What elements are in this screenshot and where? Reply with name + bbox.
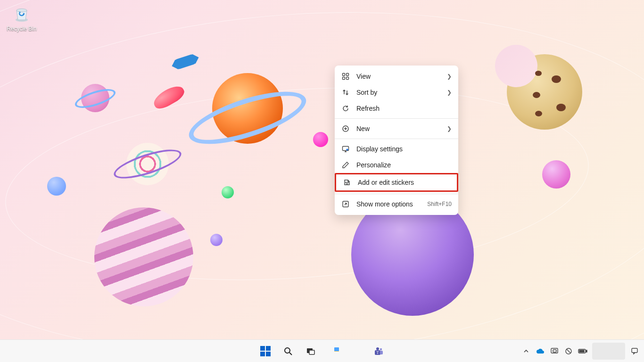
chevron-right-icon: ❯ (447, 89, 452, 96)
context-menu-personalize[interactable]: Personalize (335, 157, 458, 173)
search-icon (283, 346, 293, 356)
notifications-tray-button[interactable] (628, 342, 641, 361)
svg-rect-23 (553, 350, 556, 352)
wallpaper-mini-planet (47, 177, 66, 196)
menu-separator (335, 118, 458, 119)
recycle-bin-label: Recycle Bin (4, 25, 40, 32)
svg-point-10 (347, 149, 348, 151)
teams-icon: T (373, 346, 384, 356)
menu-separator (335, 194, 458, 194)
wallpaper-pluto (81, 84, 109, 112)
context-menu-add-edit-stickers[interactable]: Add or edit stickers (336, 174, 457, 190)
svg-rect-4 (343, 74, 345, 76)
desktop-context-menu: View ❯ Sort by ❯ Refresh (335, 66, 458, 215)
cast-icon (551, 348, 558, 354)
chevron-right-icon: ❯ (447, 125, 452, 132)
svg-point-11 (346, 182, 347, 183)
menu-label: Show more options (356, 200, 421, 208)
context-menu-new[interactable]: New ❯ (335, 121, 458, 137)
expand-icon (341, 200, 350, 208)
svg-point-1 (17, 9, 27, 12)
recycle-bin-desktop-icon[interactable]: Recycle Bin (4, 3, 40, 32)
windows-logo-icon (260, 346, 271, 356)
menu-label: Add or edit stickers (358, 179, 450, 186)
menu-label: Display settings (356, 145, 452, 153)
svg-point-17 (376, 347, 379, 350)
file-explorer-button[interactable] (324, 342, 343, 361)
battery-icon (578, 348, 587, 354)
cloud-icon (536, 348, 545, 354)
svg-rect-20 (380, 351, 383, 354)
svg-text:T: T (377, 351, 379, 355)
task-view-button[interactable] (301, 342, 320, 361)
svg-rect-28 (632, 348, 637, 353)
sort-icon (341, 89, 350, 96)
onedrive-tray-button[interactable] (534, 342, 547, 361)
taskbar: T (0, 339, 644, 362)
edge-button[interactable] (347, 342, 365, 361)
chevron-right-icon: ❯ (447, 73, 452, 80)
wallpaper-planet-pink (94, 207, 193, 306)
svg-rect-7 (347, 77, 349, 80)
svg-point-14 (285, 348, 290, 353)
svg-rect-27 (579, 350, 584, 352)
refresh-icon (341, 105, 350, 112)
no-network-tray-button[interactable] (562, 342, 575, 361)
taskbar-center: T (256, 342, 388, 361)
svg-point-12 (347, 182, 348, 183)
display-icon (341, 145, 350, 153)
chevron-up-icon (523, 348, 529, 354)
task-view-icon (306, 346, 315, 356)
menu-label: View (356, 73, 440, 80)
menu-label: Refresh (356, 105, 452, 112)
wallpaper-planet-orange (212, 73, 283, 144)
svg-point-18 (380, 348, 382, 350)
chat-bubble-icon (631, 347, 638, 355)
context-menu-show-more-options[interactable]: Show more options Shift+F10 (335, 196, 458, 212)
tray-overflow-button[interactable] (520, 342, 533, 361)
menu-separator (335, 139, 458, 139)
teams-button[interactable]: T (369, 342, 388, 361)
menu-shortcut: Shift+F10 (427, 201, 452, 207)
no-network-icon (565, 347, 572, 355)
recycle-bin-icon (4, 3, 40, 25)
battery-tray-button[interactable] (576, 342, 589, 361)
svg-rect-5 (347, 74, 349, 76)
wallpaper-mini-planet (210, 234, 223, 246)
search-button[interactable] (279, 342, 297, 361)
wallpaper-mini-planet (313, 132, 328, 147)
wallpaper-ringed-disc (126, 143, 169, 185)
menu-label: Sort by (356, 89, 440, 96)
cast-tray-button[interactable] (548, 342, 561, 361)
context-menu-refresh[interactable]: Refresh (335, 100, 458, 116)
context-menu-display-settings[interactable]: Display settings (335, 141, 458, 157)
clock-tray-area[interactable] (592, 343, 625, 360)
context-menu-sort-by[interactable]: Sort by ❯ (335, 84, 458, 100)
sticker-icon (343, 179, 351, 186)
taskbar-system-tray (520, 342, 641, 361)
pencil-icon (341, 161, 350, 169)
menu-label: Personalize (356, 161, 452, 169)
context-menu-view[interactable]: View ❯ (335, 68, 458, 84)
svg-rect-6 (343, 77, 345, 80)
view-grid-icon (341, 73, 350, 80)
wallpaper-mini-planet (222, 186, 234, 198)
highlighted-menu-item: Add or edit stickers (335, 173, 458, 192)
desktop-wallpaper[interactable]: Recycle Bin View ❯ Sort by ❯ (0, 0, 644, 339)
wallpaper-cookie-planet (507, 54, 582, 130)
svg-rect-26 (586, 350, 587, 352)
menu-label: New (356, 125, 440, 132)
start-button[interactable] (256, 342, 275, 361)
plus-circle-icon (341, 125, 350, 132)
svg-rect-16 (309, 350, 314, 354)
wallpaper-mini-planet (542, 160, 570, 189)
